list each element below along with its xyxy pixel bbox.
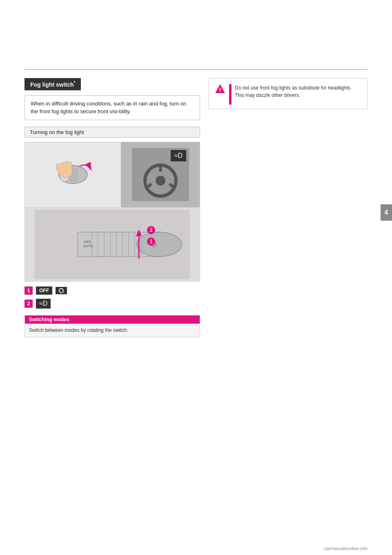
content-area: Fog light switch* When in difficult driv…: [0, 70, 392, 337]
step-1-circle-icon: [59, 288, 64, 293]
bottom-note-header: Switching modes: [25, 316, 200, 324]
section-title: Fog light switch: [30, 81, 74, 88]
info-box: When in difficult driving conditions, su…: [24, 95, 200, 120]
bottom-note-content: Switch between modes by rotating the swi…: [25, 324, 200, 337]
page-number-tab: 4: [381, 204, 392, 221]
hand-switch-svg: [47, 148, 100, 201]
left-column: Fog light switch* When in difficult driv…: [24, 78, 200, 337]
page-number: 4: [385, 209, 388, 216]
steering-wheel-area: ≈D: [121, 142, 200, 207]
bottom-illustration: OFF AUTO ≈D 2 1: [25, 208, 200, 281]
top-space: [0, 0, 392, 69]
steering-wheel-svg: ≈D: [132, 148, 189, 201]
sub-section-header: Turning on the fog light: [24, 127, 200, 138]
website-url: carmanualsonline.info: [324, 546, 368, 551]
svg-text:!: !: [219, 87, 221, 93]
step-2-number: 2: [24, 300, 33, 308]
illustration-area: ≈D: [24, 142, 200, 282]
warning-box: ! Do not use front fog lights as substit…: [208, 78, 368, 109]
bottom-note-label: Switching modes: [29, 317, 69, 322]
info-box-text: When in difficult driving conditions, su…: [31, 101, 186, 115]
bottom-note: Switching modes Switch between modes by …: [24, 315, 200, 338]
steps-area: 1 OFF 2 ≈D: [24, 286, 200, 309]
step-1-number: 1: [24, 286, 33, 295]
step-1-off-label: OFF: [39, 288, 49, 293]
footer-url: carmanualsonline.info: [324, 546, 368, 551]
section-title-superscript: *: [74, 81, 76, 85]
warning-text: Do not use front fog lights as substitut…: [229, 84, 361, 99]
hand-switch-illustration: [25, 142, 121, 207]
svg-text:OFF: OFF: [84, 240, 91, 244]
svg-text:1: 1: [150, 239, 153, 244]
page-container: Fog light switch* When in difficult driv…: [0, 0, 392, 555]
section-header-box: Fog light switch*: [24, 78, 81, 90]
svg-text:≈D: ≈D: [174, 152, 183, 159]
step-1-circle-badge: [56, 287, 67, 294]
svg-text:2: 2: [150, 227, 153, 233]
svg-point-19: [137, 232, 182, 257]
dashboard-illustration: ≈D: [121, 142, 200, 207]
switch-closeup-svg: OFF AUTO ≈D 2 1: [35, 210, 190, 279]
right-column: ! Do not use front fog lights as substit…: [208, 78, 368, 337]
top-illustration: ≈D: [25, 142, 200, 208]
svg-text:AUTO: AUTO: [83, 244, 93, 248]
warning-pink-bar: [229, 84, 232, 105]
svg-point-10: [156, 176, 165, 186]
fog-symbol: ≈D: [39, 300, 47, 307]
step-1-row: 1 OFF: [24, 286, 200, 295]
step-2-row: 2 ≈D: [24, 299, 200, 309]
step-2-fog-badge: ≈D: [36, 299, 51, 309]
bottom-note-text: Switch between modes by rotating the swi…: [29, 327, 128, 333]
warning-triangle-icon: !: [214, 83, 226, 95]
step-1-badge: OFF: [36, 286, 52, 295]
